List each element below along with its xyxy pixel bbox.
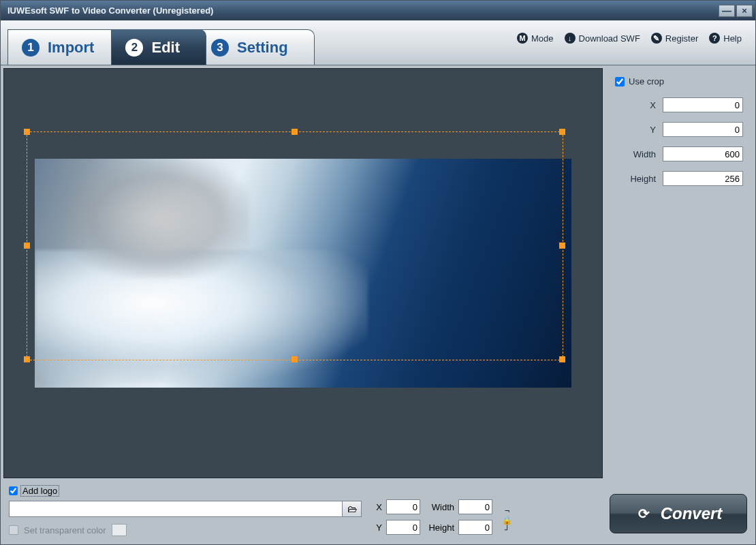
logo-section: Add logo 🗁 Set transparent color — [9, 485, 363, 536]
download-icon: ↓ — [565, 33, 576, 44]
tab-import-number: 1 — [22, 39, 40, 57]
crop-settings-panel: Use crop X Y Width Height — [605, 68, 753, 478]
crop-width-input[interactable] — [663, 146, 743, 161]
logo-y-label: Y — [373, 523, 382, 533]
tab-edit[interactable]: 2 Edit — [111, 29, 206, 65]
transparent-color-swatch[interactable] — [112, 524, 127, 536]
key-icon: ✎ — [651, 33, 662, 44]
tab-import-label: Import — [48, 39, 94, 57]
aspect-lock[interactable]: ¬ 🔒 ┘ — [502, 508, 512, 536]
crop-y-label: Y — [623, 125, 656, 135]
register-button[interactable]: ✎ Register — [651, 33, 698, 44]
tab-edit-number: 2 — [125, 39, 143, 57]
logo-path-input[interactable] — [9, 501, 343, 517]
titlebar: IUWEsoft SWF to Video Converter (Unregis… — [1, 1, 755, 20]
convert-icon: ⟳ — [635, 504, 654, 523]
transparent-color-label: Set transparent color — [24, 525, 106, 535]
logo-y-input[interactable] — [386, 520, 420, 535]
crop-handle-s[interactable] — [292, 356, 298, 362]
crop-height-label: Height — [623, 174, 656, 184]
tab-setting-label: Setting — [237, 39, 288, 57]
logo-x-input[interactable] — [386, 499, 420, 514]
add-logo-checkbox[interactable] — [9, 486, 18, 495]
convert-label: Convert — [661, 504, 723, 523]
bottom-panel: Add logo 🗁 Set transparent color X Width — [1, 481, 755, 544]
download-swf-button[interactable]: ↓ Download SWF — [565, 33, 640, 44]
lock-icon: 🔒 — [502, 516, 512, 525]
crop-handle-se[interactable] — [559, 356, 565, 362]
preview-image — [35, 159, 571, 388]
window-title: IUWEsoft SWF to Video Converter (Unregis… — [7, 5, 717, 16]
main-tabs: 1 Import 2 Edit 3 Setting — [7, 26, 305, 65]
app-window: IUWEsoft SWF to Video Converter (Unregis… — [0, 0, 756, 545]
crop-y-input[interactable] — [663, 122, 743, 137]
add-logo-label: Add logo — [20, 485, 59, 497]
tab-edit-label: Edit — [151, 39, 180, 57]
browse-logo-button[interactable]: 🗁 — [343, 501, 362, 517]
crop-handle-sw[interactable] — [24, 356, 30, 362]
toolbar-links: M Mode ↓ Download SWF ✎ Register ? Help — [517, 26, 742, 44]
tab-import[interactable]: 1 Import — [7, 29, 121, 65]
logo-x-label: X — [373, 502, 382, 512]
crop-handle-n[interactable] — [292, 129, 298, 135]
crop-x-input[interactable] — [663, 97, 743, 112]
logo-width-label: Width — [424, 502, 454, 512]
crop-handle-e[interactable] — [559, 243, 565, 249]
close-button[interactable]: × — [736, 5, 753, 17]
mode-button[interactable]: M Mode — [517, 33, 554, 44]
folder-icon: 🗁 — [347, 503, 357, 514]
mode-icon: M — [517, 33, 528, 44]
minimize-button[interactable]: — — [719, 5, 735, 17]
use-crop-label: Use crop — [629, 76, 664, 87]
crop-handle-nw[interactable] — [24, 129, 30, 135]
crop-height-input[interactable] — [663, 171, 743, 186]
logo-height-label: Height — [424, 523, 454, 533]
toolbar: 1 Import 2 Edit 3 Setting M Mode ↓ Downl… — [1, 20, 755, 65]
help-icon: ? — [709, 33, 720, 44]
logo-position-fields: X Width Y Height — [373, 499, 492, 536]
use-crop-checkbox[interactable] — [615, 77, 625, 87]
crop-width-label: Width — [623, 149, 656, 159]
logo-width-input[interactable] — [458, 499, 492, 514]
crop-handle-w[interactable] — [24, 243, 30, 249]
help-button[interactable]: ? Help — [709, 33, 742, 44]
transparent-color-checkbox[interactable] — [9, 525, 18, 535]
crop-x-label: X — [623, 100, 656, 110]
preview-panel — [3, 68, 603, 478]
convert-button[interactable]: ⟳ Convert — [610, 494, 747, 533]
content-area: Use crop X Y Width Height — [1, 65, 755, 481]
crop-handle-ne[interactable] — [559, 129, 565, 135]
logo-height-input[interactable] — [458, 520, 492, 535]
